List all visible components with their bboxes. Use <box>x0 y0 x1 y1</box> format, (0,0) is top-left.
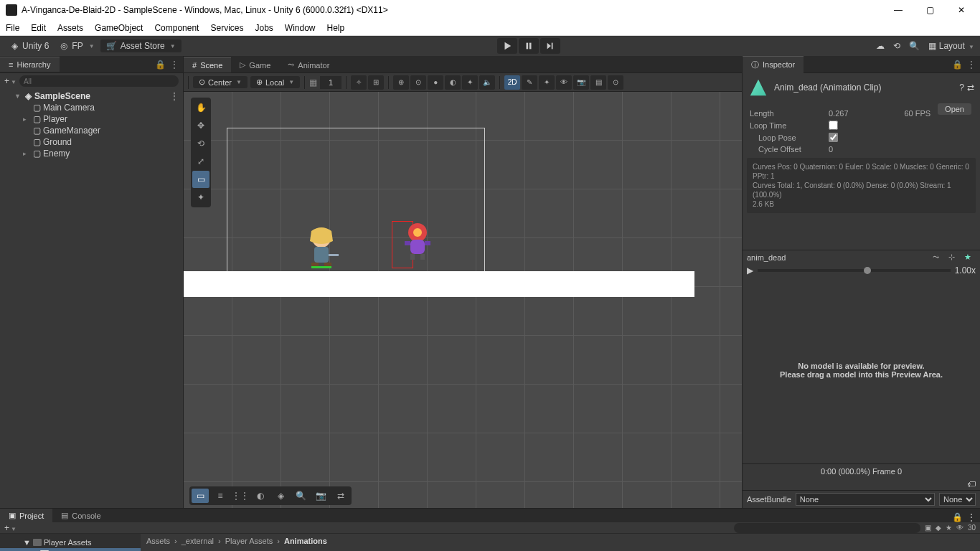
preset-icon[interactable]: ⇄ <box>967 83 974 93</box>
search-icon[interactable]: 🔍 <box>909 41 920 51</box>
hidden-icon[interactable]: 👁 <box>956 524 963 532</box>
create-button[interactable]: +▼ <box>4 76 17 86</box>
more-icon[interactable]: ⋮ <box>967 512 976 522</box>
preview-ik-icon[interactable]: ⤳ <box>933 253 944 262</box>
lock-icon[interactable]: 🔒 <box>155 60 166 70</box>
shading-icon[interactable]: ● <box>428 75 443 90</box>
project-search[interactable] <box>734 523 920 533</box>
help-icon[interactable]: ? <box>959 83 964 93</box>
overlay-6[interactable]: 🔍 <box>292 489 309 503</box>
tab-project[interactable]: ▣ Project <box>0 509 52 522</box>
scale-tool[interactable]: ⤢ <box>192 153 209 170</box>
draw-mode-icon[interactable]: ⊕ <box>393 75 409 90</box>
tab-hierarchy[interactable]: ≡ Hierarchy <box>0 57 60 72</box>
preview-play-button[interactable]: ▶ <box>747 265 753 276</box>
gizmos-icon[interactable]: ⊙ <box>608 75 623 90</box>
menu-help[interactable]: Help <box>327 23 345 33</box>
hierarchy-search[interactable] <box>19 75 179 87</box>
layers-icon[interactable]: ▤ <box>590 75 606 90</box>
menu-window[interactable]: Window <box>285 23 316 33</box>
gizmo-icon[interactable]: ✎ <box>522 75 537 90</box>
loop-time-checkbox[interactable] <box>829 121 838 130</box>
audio-icon[interactable]: 🔈 <box>479 75 495 90</box>
menu-file[interactable]: File <box>6 23 19 33</box>
pivot-dropdown[interactable]: ⊙Center▼ <box>193 76 248 88</box>
layout-dropdown[interactable]: ▦ Layout ▼ <box>928 41 974 51</box>
overlay-3[interactable]: ⋮⋮ <box>232 489 249 503</box>
rect-tool[interactable]: ▭ <box>192 171 209 188</box>
minimize-button[interactable]: — <box>891 5 905 15</box>
hierarchy-item-ground[interactable]: ▢Ground <box>0 136 183 148</box>
account-button[interactable]: ◎ FP ▼ <box>55 39 100 52</box>
folder-player-assets[interactable]: ▼Player Assets <box>0 537 141 548</box>
maximize-button[interactable]: ▢ <box>923 5 937 15</box>
menu-jobs[interactable]: Jobs <box>255 23 273 33</box>
grid-size-input[interactable] <box>320 76 341 89</box>
loop-pose-checkbox[interactable] <box>829 133 838 142</box>
overlay-4[interactable]: ◐ <box>252 489 269 503</box>
menu-component[interactable]: Component <box>154 23 199 33</box>
more-icon[interactable]: ⋮ <box>170 60 179 70</box>
snap-grid-icon[interactable]: ✧ <box>351 75 367 90</box>
preview-area[interactable]: No model is available for preview. Pleas… <box>743 277 980 463</box>
tab-inspector[interactable]: ⓘ Inspector <box>743 56 804 73</box>
breadcrumb-player-assets[interactable]: Player Assets <box>225 537 273 545</box>
play-button[interactable] <box>497 38 517 54</box>
overlay-8[interactable]: ⇄ <box>332 489 349 503</box>
transform-tool[interactable]: ✦ <box>192 189 209 206</box>
bundle-variant-select[interactable]: None <box>939 493 976 506</box>
project-create-button[interactable]: +▼ <box>4 523 17 533</box>
pause-button[interactable] <box>519 38 539 54</box>
overlay-2[interactable]: ≡ <box>212 489 229 503</box>
favorites-icon[interactable]: ★ <box>946 524 952 532</box>
unity-version-button[interactable]: ◈ Unity 6 <box>6 39 55 52</box>
preview-pivot-icon[interactable]: ⊹ <box>948 253 960 262</box>
step-button[interactable] <box>540 38 560 54</box>
tab-game[interactable]: ▷ Game <box>231 57 279 72</box>
menu-gameobject[interactable]: GameObject <box>95 23 143 33</box>
breadcrumb-assets[interactable]: Assets <box>146 537 170 545</box>
hierarchy-item-gamemanager[interactable]: ▢GameManager <box>0 125 183 136</box>
hand-tool[interactable]: ✋ <box>192 99 209 116</box>
undo-icon[interactable]: ⟲ <box>893 41 900 51</box>
snap-increment-icon[interactable]: ⊞ <box>368 75 384 90</box>
lock-icon[interactable]: 🔒 <box>952 512 963 522</box>
search-by-type-icon[interactable]: ▣ <box>925 524 931 532</box>
open-button[interactable]: Open <box>938 103 971 115</box>
tag-icon[interactable]: 🏷 <box>967 479 976 489</box>
scene-view[interactable]: ✋ ✥ ⟲ ⤢ ▭ ✦ ▭ ≡ ⋮⋮ ◐ ◈ 🔍 📷 ⇄ <box>184 92 742 508</box>
skybox-icon[interactable]: ◐ <box>445 75 461 90</box>
asset-store-button[interactable]: 🛒 Asset Store ▼ <box>100 39 182 52</box>
2d-toggle[interactable]: 2D <box>504 75 520 90</box>
menu-edit[interactable]: Edit <box>31 23 46 33</box>
move-tool[interactable]: ✥ <box>192 117 209 134</box>
space-dropdown[interactable]: ⊕Local▼ <box>250 76 300 88</box>
light-icon[interactable]: ✦ <box>462 75 478 90</box>
visibility-icon[interactable]: 👁 <box>556 75 572 90</box>
folder-animations[interactable]: Animations <box>0 548 141 551</box>
tab-animator[interactable]: ⤳ Animator <box>279 57 338 72</box>
overlay-5[interactable]: ◈ <box>272 489 289 503</box>
debug-draw-icon[interactable]: ⊙ <box>410 75 426 90</box>
cloud-icon[interactable]: ☁ <box>876 41 885 51</box>
breadcrumb-external[interactable]: _external <box>182 537 214 545</box>
overlay-toggle[interactable]: ▭ <box>192 489 209 503</box>
menu-assets[interactable]: Assets <box>57 23 83 33</box>
search-by-label-icon[interactable]: ◆ <box>936 524 941 532</box>
bundle-select[interactable]: None <box>796 493 935 506</box>
more-icon[interactable]: ⋮ <box>967 60 976 70</box>
breadcrumb-animations[interactable]: Animations <box>284 537 327 545</box>
preview-avatar-icon[interactable]: ★ <box>964 253 976 262</box>
overlay-7[interactable]: 📷 <box>312 489 329 503</box>
fx-icon[interactable]: ✦ <box>539 75 555 90</box>
hierarchy-item-player[interactable]: ▸▢Player <box>0 113 183 125</box>
hierarchy-item-enemy[interactable]: ▸▢Enemy <box>0 148 183 159</box>
camera-icon[interactable]: 📷 <box>573 75 589 90</box>
lock-icon[interactable]: 🔒 <box>952 60 963 70</box>
scene-row[interactable]: ▼◈SampleScene⋮ <box>0 90 183 102</box>
tab-scene[interactable]: # Scene <box>184 57 231 72</box>
menu-services[interactable]: Services <box>210 23 243 33</box>
hierarchy-item-camera[interactable]: ▢Main Camera <box>0 102 183 113</box>
tab-console[interactable]: ▤ Console <box>52 509 109 522</box>
close-button[interactable]: ✕ <box>954 5 969 15</box>
